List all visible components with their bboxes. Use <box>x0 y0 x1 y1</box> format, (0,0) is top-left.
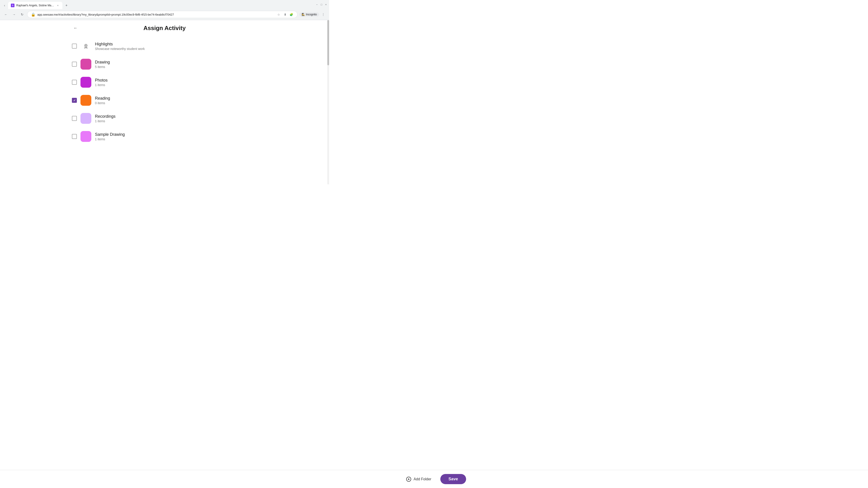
address-bar-row: ← → ↻ 🔒 app.seesaw.me/#/activities/libra… <box>0 9 329 20</box>
folder-checkbox[interactable] <box>72 80 77 85</box>
folder-item[interactable]: Drawing5 items <box>72 55 257 73</box>
folder-list: HighlightsShowcase noteworthy student wo… <box>72 37 257 145</box>
folder-icon <box>81 77 91 88</box>
folder-item[interactable]: Photos1 items <box>72 73 257 91</box>
minimize-button[interactable]: − <box>315 3 318 6</box>
browser-chrome: ‹ S Raphael's Angels, Sistine Mado... × … <box>0 0 329 20</box>
folder-count: 1 items <box>95 137 125 141</box>
folder-item[interactable]: HighlightsShowcase noteworthy student wo… <box>72 37 257 55</box>
back-button[interactable]: ← <box>72 25 79 32</box>
active-tab[interactable]: S Raphael's Angels, Sistine Mado... × <box>8 2 62 9</box>
maximize-button[interactable]: □ <box>320 3 323 6</box>
lock-icon: 🔒 <box>31 12 35 17</box>
tab-close-button[interactable]: × <box>56 4 60 7</box>
folder-name: Recordings <box>95 114 116 119</box>
back-nav-button[interactable]: ← <box>3 11 9 18</box>
folder-item[interactable]: Reading0 items <box>72 91 257 109</box>
folder-name: Reading <box>95 96 110 101</box>
folder-count: Showcase noteworthy student work <box>95 47 145 51</box>
folder-info: Photos1 items <box>95 78 107 87</box>
folder-info: Sample Drawing1 items <box>95 132 125 141</box>
page-title: Assign Activity <box>72 25 257 32</box>
incognito-badge[interactable]: 🕵 Incognito <box>299 12 319 17</box>
folder-info: HighlightsShowcase noteworthy student wo… <box>95 42 145 51</box>
folder-info: Recordings1 items <box>95 114 116 123</box>
download-icon[interactable]: ⬇ <box>283 12 287 17</box>
folder-count: 5 items <box>95 65 110 69</box>
folder-checkbox[interactable] <box>72 116 77 121</box>
folder-checkbox[interactable] <box>72 62 77 67</box>
toolbar-icons: 🕵 Incognito ⋮ <box>299 11 327 18</box>
forward-nav-button[interactable]: → <box>11 11 17 18</box>
address-bar[interactable]: 🔒 app.seesaw.me/#/activities/library?my_… <box>27 11 298 18</box>
folder-info: Drawing5 items <box>95 60 110 69</box>
page-content: ← Assign Activity HighlightsShowcase not… <box>0 20 329 184</box>
folder-count: 1 items <box>95 119 116 123</box>
tab-title: Raphael's Angels, Sistine Mado... <box>16 4 54 7</box>
folder-checkbox[interactable] <box>72 134 77 139</box>
folder-icon <box>81 59 91 70</box>
folder-name: Sample Drawing <box>95 132 125 137</box>
folder-icon <box>81 41 91 52</box>
close-button[interactable]: × <box>324 3 327 6</box>
folder-count: 1 items <box>95 83 107 87</box>
folder-name: Highlights <box>95 42 145 46</box>
tab-favicon: S <box>11 4 14 7</box>
more-options-button[interactable]: ⋮ <box>320 11 327 18</box>
bookmark-icon[interactable]: ☆ <box>276 12 281 17</box>
folder-icon <box>81 95 91 106</box>
folder-info: Reading0 items <box>95 96 110 105</box>
extensions-icon[interactable]: 🧩 <box>289 12 293 17</box>
scrollbar[interactable] <box>327 20 329 184</box>
incognito-label: Incognito <box>306 13 317 16</box>
folder-checkbox[interactable] <box>72 43 77 48</box>
folder-item[interactable]: Sample Drawing1 items <box>72 127 257 145</box>
new-tab-button[interactable]: + <box>63 2 70 8</box>
incognito-icon: 🕵 <box>302 13 305 16</box>
folder-name: Photos <box>95 78 107 83</box>
folder-count: 0 items <box>95 101 110 105</box>
window-controls: − □ × <box>315 3 327 8</box>
folder-name: Drawing <box>95 60 110 65</box>
scrollbar-thumb[interactable] <box>327 20 329 65</box>
address-text: app.seesaw.me/#/activities/library?my_li… <box>37 13 275 16</box>
page-header: ← Assign Activity <box>72 25 257 32</box>
tab-nav-prev[interactable]: ‹ <box>2 3 7 8</box>
address-icons: ☆ ⬇ 🧩 <box>276 12 293 17</box>
folder-icon <box>81 131 91 142</box>
folder-icon <box>81 113 91 124</box>
svg-marker-1 <box>85 44 87 46</box>
tab-bar: ‹ S Raphael's Angels, Sistine Mado... × … <box>0 0 329 9</box>
reload-button[interactable]: ↻ <box>19 11 25 18</box>
folder-item[interactable]: Recordings1 items <box>72 109 257 127</box>
tab-nav-icons: ‹ <box>2 3 7 8</box>
folder-checkbox[interactable] <box>72 98 77 103</box>
